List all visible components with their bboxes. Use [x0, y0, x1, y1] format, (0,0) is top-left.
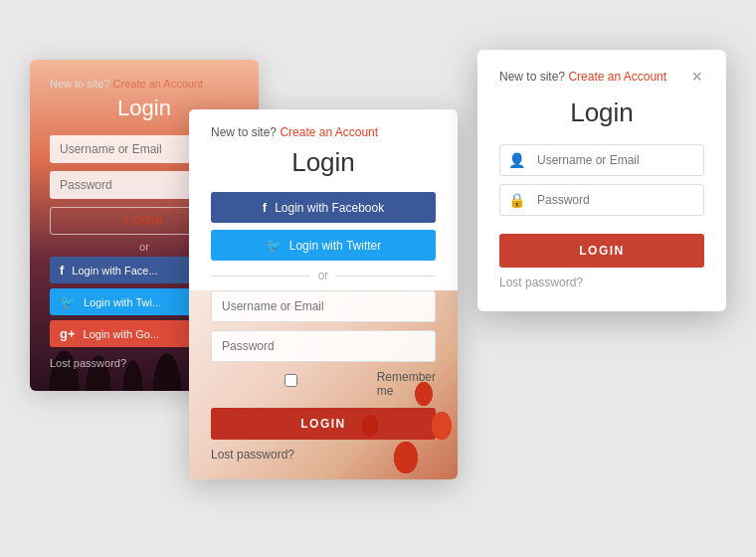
create-account-link-2[interactable]: Create an Account [280, 125, 378, 139]
facebook-login-button-2[interactable]: f Login with Facebook [211, 192, 436, 223]
password-input-2[interactable] [211, 330, 436, 362]
login-button-3[interactable]: LOGIN [499, 234, 704, 268]
username-email-input-2[interactable] [211, 290, 436, 322]
twitter-icon-2: 🐦 [266, 238, 282, 253]
username-email-input-3[interactable] [533, 145, 703, 175]
or-divider-2: or [211, 269, 436, 282]
login-button-2[interactable]: LOGIN [211, 408, 436, 440]
create-account-link-3[interactable]: Create an Account [568, 70, 666, 84]
login-title-3: Login [499, 97, 704, 128]
twitter-icon-1: 🐦 [60, 294, 76, 309]
login-card-clean: New to site? Create an Account × Login 👤… [477, 50, 726, 311]
remember-me-label: Remember me [377, 370, 436, 398]
login-title-2: Login [211, 147, 436, 178]
facebook-icon-2: f [263, 200, 267, 215]
user-icon: 👤 [500, 152, 533, 168]
login-card-poppy: New to site? Create an Account Login f L… [189, 109, 458, 479]
password-input-3[interactable] [533, 185, 703, 215]
twitter-login-button-2[interactable]: 🐦 Login with Twitter [211, 230, 436, 261]
lost-password-link-3[interactable]: Lost password? [499, 276, 704, 289]
lock-icon: 🔒 [500, 192, 533, 208]
username-input-row: 👤 [499, 144, 704, 176]
close-button[interactable]: × [689, 68, 704, 86]
password-input-row: 🔒 [499, 184, 704, 216]
new-to-site-text-1: New to site? Create an Account [50, 78, 239, 90]
remember-me-checkbox[interactable] [211, 374, 371, 387]
new-to-site-text-2: New to site? Create an Account [211, 125, 436, 139]
remember-me-row: Remember me [211, 370, 436, 398]
google-icon-1: g+ [60, 326, 76, 341]
new-to-site-text-3: New to site? Create an Account [499, 70, 666, 84]
lost-password-link-2[interactable]: Lost password? [211, 448, 436, 462]
create-account-link-1[interactable]: Create an Account [113, 78, 204, 90]
card3-header: New to site? Create an Account × [499, 68, 704, 86]
facebook-icon-1: f [60, 263, 64, 278]
